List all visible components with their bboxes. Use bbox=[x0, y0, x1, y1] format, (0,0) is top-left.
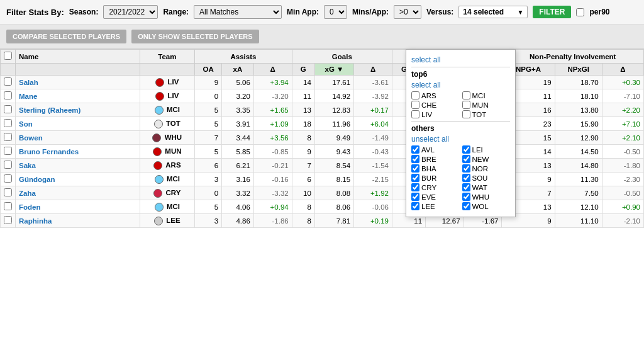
row-checkbox-cell[interactable] bbox=[1, 214, 16, 228]
avl-label[interactable]: AVL bbox=[421, 146, 435, 154]
row-checkbox[interactable] bbox=[4, 105, 12, 113]
player-link[interactable]: Zaha bbox=[19, 190, 36, 197]
row-checkbox-cell[interactable] bbox=[1, 117, 16, 131]
xg-header[interactable]: xG ▼ bbox=[314, 64, 353, 76]
row-checkbox-cell[interactable] bbox=[1, 200, 16, 214]
row-checkbox-cell[interactable] bbox=[1, 103, 16, 117]
g-header[interactable]: G bbox=[292, 64, 314, 76]
bur-checkbox[interactable] bbox=[411, 174, 419, 182]
min-app-select[interactable]: 0 bbox=[324, 5, 347, 19]
player-link[interactable]: Raphinha bbox=[19, 217, 52, 225]
row-checkbox-cell[interactable] bbox=[1, 159, 16, 173]
wol-checkbox[interactable] bbox=[462, 202, 470, 210]
compare-button[interactable]: COMPARE SELECTED PLAYERS bbox=[6, 30, 126, 43]
xa-cell: 3.91 bbox=[222, 117, 254, 131]
che-checkbox[interactable] bbox=[411, 101, 419, 109]
wat-checkbox[interactable] bbox=[462, 183, 470, 191]
bre-label[interactable]: BRE bbox=[421, 156, 436, 163]
player-link[interactable]: Saka bbox=[19, 162, 36, 169]
g-cell: 9 bbox=[292, 145, 314, 159]
wat-label[interactable]: WAT bbox=[472, 184, 487, 191]
row-checkbox[interactable] bbox=[4, 188, 12, 196]
per90-checkbox[interactable] bbox=[576, 8, 584, 16]
mins-app-select[interactable]: >0 bbox=[394, 5, 421, 19]
new-checkbox[interactable] bbox=[462, 155, 470, 163]
player-link[interactable]: Gündogan bbox=[19, 176, 55, 183]
row-checkbox[interactable] bbox=[4, 119, 12, 127]
select-all-link[interactable]: select all bbox=[411, 55, 510, 64]
liv-label[interactable]: LIV bbox=[421, 111, 432, 118]
tot-checkbox[interactable] bbox=[462, 110, 470, 118]
row-checkbox[interactable] bbox=[4, 202, 12, 210]
player-link[interactable]: Son bbox=[19, 120, 33, 128]
versus-dropdown-button[interactable]: 14 selected ▼ bbox=[458, 6, 528, 18]
che-label[interactable]: CHE bbox=[421, 101, 436, 109]
player-link[interactable]: Bruno Fernandes bbox=[19, 148, 79, 156]
sou-checkbox[interactable] bbox=[462, 174, 470, 182]
row-checkbox[interactable] bbox=[4, 77, 12, 86]
bha-label[interactable]: BHA bbox=[421, 165, 436, 173]
season-select[interactable]: 2021/2022 bbox=[103, 5, 158, 19]
player-link[interactable]: Foden bbox=[19, 203, 41, 211]
row-checkbox-cell[interactable] bbox=[1, 89, 16, 103]
whu-checkbox[interactable] bbox=[462, 193, 470, 201]
mun-label[interactable]: MUN bbox=[472, 101, 489, 109]
eve-label[interactable]: EVE bbox=[421, 193, 436, 201]
filter-bar: Filter Stats By: Season: 2021/2022 Range… bbox=[0, 0, 644, 25]
row-checkbox[interactable] bbox=[4, 161, 12, 169]
sou-label[interactable]: SOU bbox=[472, 174, 488, 182]
ars-label[interactable]: ARS bbox=[421, 92, 436, 99]
player-link[interactable]: Salah bbox=[19, 79, 38, 86]
row-checkbox-cell[interactable] bbox=[1, 76, 16, 89]
ars-checkbox[interactable] bbox=[411, 91, 419, 99]
lee-checkbox[interactable] bbox=[411, 202, 419, 210]
player-link[interactable]: Mane bbox=[19, 93, 37, 100]
npxgi-header[interactable]: NPxGI bbox=[555, 64, 602, 76]
d1-cell: -3.32 bbox=[253, 186, 292, 200]
unselect-all-link[interactable]: unselect all bbox=[411, 135, 510, 144]
bre-checkbox[interactable] bbox=[411, 155, 419, 163]
whu-label[interactable]: WHU bbox=[472, 193, 489, 201]
lei-checkbox[interactable] bbox=[462, 145, 470, 154]
top6-select-all-link[interactable]: select all bbox=[411, 81, 510, 89]
row-checkbox[interactable] bbox=[4, 216, 12, 224]
row-checkbox-cell[interactable] bbox=[1, 186, 16, 200]
mci-label[interactable]: MCI bbox=[472, 92, 486, 99]
nor-label[interactable]: NOR bbox=[472, 165, 489, 173]
eve-checkbox[interactable] bbox=[411, 193, 419, 201]
wol-label[interactable]: WOL bbox=[472, 203, 489, 210]
lee-label[interactable]: LEE bbox=[421, 203, 435, 210]
mci-checkbox[interactable] bbox=[462, 91, 470, 99]
cry-checkbox[interactable] bbox=[411, 183, 419, 191]
liv-checkbox[interactable] bbox=[411, 110, 419, 118]
cry-label[interactable]: CRY bbox=[421, 184, 436, 191]
row-checkbox-cell[interactable] bbox=[1, 145, 16, 159]
range-select[interactable]: All Matches bbox=[194, 5, 282, 19]
player-link[interactable]: Bowen bbox=[19, 134, 43, 142]
new-label[interactable]: NEW bbox=[472, 156, 489, 163]
nor-checkbox[interactable] bbox=[462, 164, 470, 173]
oa-header[interactable]: OA bbox=[195, 64, 222, 76]
team-badge bbox=[155, 92, 164, 101]
npxgi-cell: 14.50 bbox=[555, 145, 602, 159]
tot-label[interactable]: TOT bbox=[472, 111, 487, 118]
lei-label[interactable]: LEI bbox=[472, 146, 483, 154]
row-checkbox[interactable] bbox=[4, 91, 12, 99]
row-checkbox[interactable] bbox=[4, 147, 12, 155]
row-checkbox-cell[interactable] bbox=[1, 131, 16, 145]
row-checkbox[interactable] bbox=[4, 133, 12, 141]
mun-checkbox[interactable] bbox=[462, 101, 470, 109]
select-all-checkbox-header[interactable] bbox=[1, 50, 16, 64]
only-show-button[interactable]: ONLY SHOW SELECTED PLAYERS bbox=[131, 30, 258, 43]
player-link[interactable]: Sterling (Raheem) bbox=[19, 106, 80, 114]
d1-cell: -0.85 bbox=[253, 145, 292, 159]
oa-cell: 7 bbox=[195, 131, 222, 145]
row-checkbox[interactable] bbox=[4, 174, 12, 183]
xa-header[interactable]: xA bbox=[222, 64, 254, 76]
wat-checkbox-item: WAT bbox=[462, 183, 511, 191]
filter-button[interactable]: FILTER bbox=[533, 6, 571, 18]
bha-checkbox[interactable] bbox=[411, 164, 419, 173]
avl-checkbox[interactable] bbox=[411, 145, 419, 154]
bur-label[interactable]: BUR bbox=[421, 174, 436, 182]
row-checkbox-cell[interactable] bbox=[1, 173, 16, 186]
